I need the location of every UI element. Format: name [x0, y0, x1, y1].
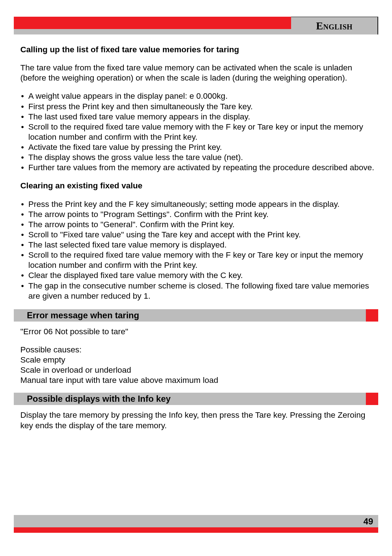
list-item: Scroll to "Fixed tare value" using the T… — [20, 230, 375, 240]
list-item: Further tare values from the memory are … — [20, 163, 375, 173]
section-red-square — [366, 309, 378, 322]
section-title: Possible displays with the Info key — [14, 393, 378, 405]
error-line: "Error 06 Not possible to tare" — [20, 327, 375, 337]
list-item: The arrow points to "Program Settings". … — [20, 209, 375, 220]
section1-bullets: A weight value appears in the display pa… — [20, 91, 375, 173]
subheading-calling-up: Calling up the list of fixed tare value … — [20, 45, 375, 55]
section2-bullets: Press the Print key and the F key simult… — [20, 199, 375, 301]
list-item: Press the Print key and the F key simult… — [20, 199, 375, 209]
language-tab: English — [291, 17, 378, 34]
list-item: First press the Print key and then simul… — [20, 102, 375, 112]
section-title: Error message when taring — [14, 309, 378, 322]
subheading-clearing: Clearing an existing fixed value — [20, 181, 375, 191]
list-item: Activate the fixed tare value by pressin… — [20, 142, 375, 152]
section1-intro: The tare value from the fixed tare value… — [20, 63, 375, 83]
footer-gray-strip: 49 — [14, 515, 378, 527]
list-item: Scroll to the required fixed tare value … — [20, 250, 375, 270]
list-item: Scroll to the required fixed tare value … — [20, 122, 375, 142]
content: Calling up the list of fixed tare value … — [14, 34, 378, 431]
list-item: The last used fixed tare value memory ap… — [20, 112, 375, 122]
list-item: The arrow points to "General". Confirm w… — [20, 220, 375, 230]
footer-bar: 49 — [14, 515, 378, 533]
section-bar-error: Error message when taring — [14, 309, 378, 322]
header-bar: English — [14, 17, 378, 34]
section-bar-info: Possible displays with the Info key — [14, 393, 378, 405]
list-item: Clear the displayed fixed tare value mem… — [20, 270, 375, 281]
list-item: A weight value appears in the display pa… — [20, 91, 375, 101]
info-para: Display the tare memory by pressing the … — [20, 410, 375, 430]
list-item: The last selected fixed tare value memor… — [20, 240, 375, 250]
page-number: 49 — [363, 516, 373, 527]
list-item: The gap in the consecutive number scheme… — [20, 281, 375, 301]
error-causes: Possible causes: Scale empty Scale in ov… — [20, 345, 375, 386]
list-item: The display shows the gross value less t… — [20, 152, 375, 163]
page: English Calling up the list of fixed tar… — [0, 0, 392, 556]
section-red-square — [366, 393, 378, 405]
footer-red-strip — [14, 527, 378, 533]
